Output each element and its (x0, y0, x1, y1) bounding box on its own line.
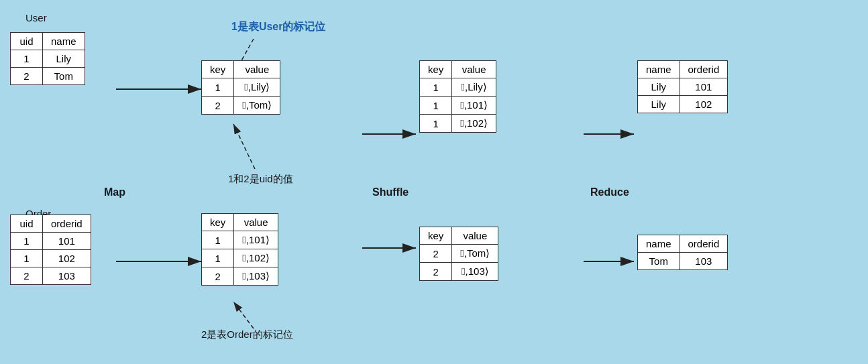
arrows-svg (0, 0, 868, 364)
order-table-uid-header: uid (11, 215, 43, 233)
reduce-user-table: name orderid Lily 101 Lily 102 (637, 60, 728, 113)
shuffle-user-key-3: 1 (420, 115, 452, 133)
map-user-value-1: 𧺁,Lily⟩ (234, 78, 280, 97)
shuffle-user-table: key value 1 𧺁,Lily⟩ 1 𧺂,101⟩ 1 𧺂,102⟩ (419, 60, 496, 133)
table-row: 1 𧺂,101⟩ (202, 231, 278, 249)
shuffle-user-key-1: 1 (420, 78, 452, 97)
table-row: 2 Tom (11, 68, 85, 85)
map-user-key-1: 1 (202, 78, 234, 97)
map-user-key-2: 2 (202, 97, 234, 115)
reduce-user-orderid-header: orderid (680, 61, 728, 78)
reduce-order-orderid-header: orderid (680, 235, 728, 253)
reduce-user-name-2: Lily (638, 96, 680, 113)
table-row: 2 𧺁,Tom⟩ (420, 245, 498, 263)
svg-line-10 (233, 302, 254, 328)
map-label: Map (104, 186, 125, 198)
annotation1: 1是表User的标记位 (231, 20, 325, 34)
diagram-container: User Order Map Shuffle Reduce 1是表User的标记… (0, 0, 868, 364)
map-user-key-header: key (202, 61, 234, 78)
reduce-order-name-header: name (638, 235, 680, 253)
table-row: 1 𧺂,102⟩ (202, 249, 278, 267)
order-table-orderid-header: orderid (43, 215, 91, 233)
table-row: 1 102 (11, 250, 91, 267)
order-orderid-3: 103 (43, 267, 91, 285)
annotation3: 2是表Order的标记位 (201, 328, 293, 341)
user-name-2: Tom (43, 68, 85, 85)
shuffle-user-value-header: value (452, 61, 496, 78)
map-user-table: key value 1 𧺁,Lily⟩ 2 𧺁,Tom⟩ (201, 60, 280, 115)
shuffle-order-value-2: 𧺂,103⟩ (452, 263, 498, 281)
map-user-value-header: value (234, 61, 280, 78)
order-uid-2: 1 (11, 250, 43, 267)
shuffle-order-key-1: 2 (420, 245, 452, 263)
map-order-key-1: 1 (202, 231, 234, 249)
annotation2: 1和2是uid的值 (228, 173, 293, 186)
map-order-value-header: value (234, 214, 278, 231)
shuffle-order-key-header: key (420, 227, 452, 245)
table-row: Lily 102 (638, 96, 728, 113)
table-row: 2 𧺂,103⟩ (202, 267, 278, 286)
table-row: 2 𧺁,Tom⟩ (202, 97, 280, 115)
table-row: 2 103 (11, 267, 91, 285)
map-order-value-1: 𧺂,101⟩ (234, 231, 278, 249)
shuffle-order-value-header: value (452, 227, 498, 245)
table-row: 1 𧺁,Lily⟩ (202, 78, 280, 97)
order-orderid-2: 102 (43, 250, 91, 267)
order-uid-3: 2 (11, 267, 43, 285)
map-user-value-2: 𧺁,Tom⟩ (234, 97, 280, 115)
map-order-key-header: key (202, 214, 234, 231)
table-row: 1 𧺂,101⟩ (420, 97, 496, 115)
order-orderid-1: 101 (43, 233, 91, 250)
shuffle-order-table: key value 2 𧺁,Tom⟩ 2 𧺂,103⟩ (419, 227, 498, 281)
table-row: Lily 101 (638, 78, 728, 96)
user-name-1: Lily (43, 50, 85, 68)
table-row: 1 Lily (11, 50, 85, 68)
svg-line-9 (233, 124, 255, 169)
reduce-order-orderid-1: 103 (680, 253, 728, 270)
reduce-label: Reduce (590, 186, 629, 198)
shuffle-user-key-header: key (420, 61, 452, 78)
reduce-user-name-header: name (638, 61, 680, 78)
reduce-user-name-1: Lily (638, 78, 680, 96)
shuffle-user-value-2: 𧺂,101⟩ (452, 97, 496, 115)
map-order-table: key value 1 𧺂,101⟩ 1 𧺂,102⟩ 2 𧺂,103⟩ (201, 213, 278, 286)
user-table-title: User (25, 12, 47, 23)
user-table: uid name 1 Lily 2 Tom (10, 32, 85, 85)
map-order-key-3: 2 (202, 267, 234, 286)
table-row: 1 𧺂,102⟩ (420, 115, 496, 133)
reduce-user-orderid-1: 101 (680, 78, 728, 96)
map-order-value-2: 𧺂,102⟩ (234, 249, 278, 267)
user-table-name-header: name (43, 33, 85, 50)
order-uid-1: 1 (11, 233, 43, 250)
table-row: 1 𧺁,Lily⟩ (420, 78, 496, 97)
shuffle-user-value-1: 𧺁,Lily⟩ (452, 78, 496, 97)
reduce-order-table: name orderid Tom 103 (637, 235, 728, 270)
order-table: uid orderid 1 101 1 102 2 103 (10, 215, 91, 285)
shuffle-label: Shuffle (372, 186, 409, 198)
table-row: 1 101 (11, 233, 91, 250)
shuffle-user-key-2: 1 (420, 97, 452, 115)
user-uid-2: 2 (11, 68, 43, 85)
map-order-value-3: 𧺂,103⟩ (234, 267, 278, 286)
table-row: Tom 103 (638, 253, 728, 270)
table-row: 2 𧺂,103⟩ (420, 263, 498, 281)
map-order-key-2: 1 (202, 249, 234, 267)
reduce-user-orderid-2: 102 (680, 96, 728, 113)
shuffle-user-value-3: 𧺂,102⟩ (452, 115, 496, 133)
user-uid-1: 1 (11, 50, 43, 68)
shuffle-order-key-2: 2 (420, 263, 452, 281)
user-table-uid-header: uid (11, 33, 43, 50)
shuffle-order-value-1: 𧺁,Tom⟩ (452, 245, 498, 263)
reduce-order-name-1: Tom (638, 253, 680, 270)
